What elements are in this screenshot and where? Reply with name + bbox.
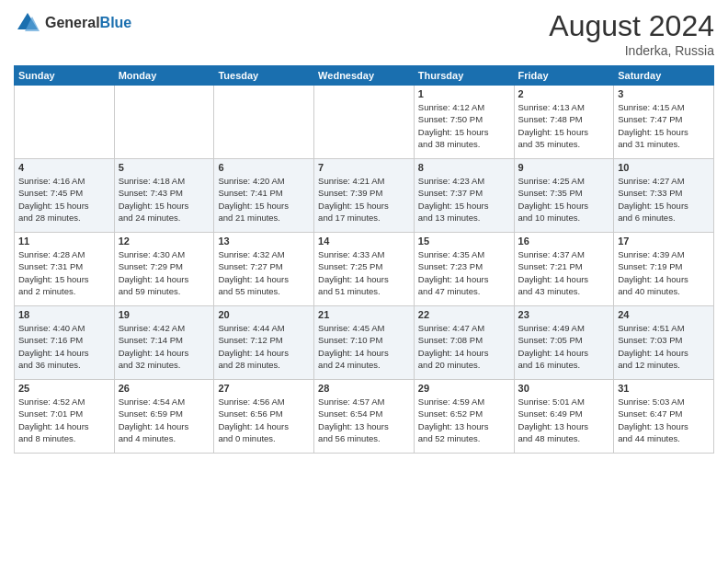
day-number: 22 xyxy=(418,309,510,320)
day-info: Sunrise: 4:57 AM Sunset: 6:54 PM Dayligh… xyxy=(318,396,410,444)
day-info: Sunrise: 4:42 AM Sunset: 7:14 PM Dayligh… xyxy=(119,322,210,371)
day-number: 12 xyxy=(119,236,210,247)
calendar-cell: 2Sunrise: 4:13 AM Sunset: 7:48 PM Daylig… xyxy=(514,86,614,159)
calendar-cell: 12Sunrise: 4:30 AM Sunset: 7:29 PM Dayli… xyxy=(114,233,214,306)
day-number: 30 xyxy=(518,383,610,394)
calendar-cell: 15Sunrise: 4:35 AM Sunset: 7:23 PM Dayli… xyxy=(414,233,514,306)
day-info: Sunrise: 4:23 AM Sunset: 7:37 PM Dayligh… xyxy=(418,175,510,224)
day-number: 7 xyxy=(318,162,410,173)
day-info: Sunrise: 4:33 AM Sunset: 7:25 PM Dayligh… xyxy=(318,248,410,297)
day-number: 11 xyxy=(18,236,110,247)
calendar-cell: 5Sunrise: 4:18 AM Sunset: 7:43 PM Daylig… xyxy=(114,159,214,233)
day-number: 16 xyxy=(518,236,610,247)
calendar-cell: 7Sunrise: 4:21 AM Sunset: 7:39 PM Daylig… xyxy=(314,159,415,233)
calendar-cell: 30Sunrise: 5:01 AM Sunset: 6:49 PM Dayli… xyxy=(514,380,614,454)
title-block: August 2024 Inderka, Russia xyxy=(549,9,714,58)
logo: GeneralBlue xyxy=(14,9,131,37)
calendar-cell: 3Sunrise: 4:15 AM Sunset: 7:47 PM Daylig… xyxy=(614,86,714,159)
day-number: 13 xyxy=(218,236,310,247)
weekday-header-monday: Monday xyxy=(114,66,214,86)
calendar-cell: 13Sunrise: 4:32 AM Sunset: 7:27 PM Dayli… xyxy=(214,233,314,306)
weekday-header-saturday: Saturday xyxy=(614,66,714,86)
calendar-cell: 16Sunrise: 4:37 AM Sunset: 7:21 PM Dayli… xyxy=(514,233,614,306)
calendar-cell: 21Sunrise: 4:45 AM Sunset: 7:10 PM Dayli… xyxy=(314,306,415,380)
logo-icon xyxy=(14,9,41,37)
month-year: August 2024 xyxy=(549,9,714,43)
calendar-cell: 11Sunrise: 4:28 AM Sunset: 7:31 PM Dayli… xyxy=(15,233,115,306)
day-info: Sunrise: 4:47 AM Sunset: 7:08 PM Dayligh… xyxy=(418,322,510,371)
day-info: Sunrise: 4:35 AM Sunset: 7:23 PM Dayligh… xyxy=(418,248,510,297)
day-info: Sunrise: 4:49 AM Sunset: 7:05 PM Dayligh… xyxy=(518,322,610,371)
day-number: 27 xyxy=(218,383,310,394)
day-number: 17 xyxy=(618,236,710,247)
day-info: Sunrise: 4:52 AM Sunset: 7:01 PM Dayligh… xyxy=(18,396,110,444)
logo-text: GeneralBlue xyxy=(45,15,131,31)
logo-general: General xyxy=(45,15,100,30)
day-info: Sunrise: 4:39 AM Sunset: 7:19 PM Dayligh… xyxy=(618,248,710,297)
day-number: 1 xyxy=(418,88,510,99)
week-row-3: 11Sunrise: 4:28 AM Sunset: 7:31 PM Dayli… xyxy=(15,233,714,306)
day-info: Sunrise: 4:16 AM Sunset: 7:45 PM Dayligh… xyxy=(18,175,110,224)
day-info: Sunrise: 4:20 AM Sunset: 7:41 PM Dayligh… xyxy=(218,175,310,224)
day-number: 15 xyxy=(418,236,510,247)
weekday-header-friday: Friday xyxy=(514,66,614,86)
day-info: Sunrise: 4:27 AM Sunset: 7:33 PM Dayligh… xyxy=(618,175,710,224)
week-row-2: 4Sunrise: 4:16 AM Sunset: 7:45 PM Daylig… xyxy=(15,159,714,233)
day-number: 24 xyxy=(618,309,710,320)
day-number: 29 xyxy=(418,383,510,394)
day-number: 4 xyxy=(18,162,110,173)
calendar-cell: 14Sunrise: 4:33 AM Sunset: 7:25 PM Dayli… xyxy=(314,233,415,306)
day-info: Sunrise: 5:03 AM Sunset: 6:47 PM Dayligh… xyxy=(618,396,710,444)
calendar-cell xyxy=(214,86,314,159)
calendar-cell: 6Sunrise: 4:20 AM Sunset: 7:41 PM Daylig… xyxy=(214,159,314,233)
day-number: 26 xyxy=(119,383,210,394)
day-info: Sunrise: 4:32 AM Sunset: 7:27 PM Dayligh… xyxy=(218,248,310,297)
day-info: Sunrise: 4:18 AM Sunset: 7:43 PM Dayligh… xyxy=(119,175,210,224)
day-number: 31 xyxy=(618,383,710,394)
week-row-4: 18Sunrise: 4:40 AM Sunset: 7:16 PM Dayli… xyxy=(15,306,714,380)
calendar-cell: 28Sunrise: 4:57 AM Sunset: 6:54 PM Dayli… xyxy=(314,380,415,454)
calendar-cell: 31Sunrise: 5:03 AM Sunset: 6:47 PM Dayli… xyxy=(614,380,714,454)
day-info: Sunrise: 4:15 AM Sunset: 7:47 PM Dayligh… xyxy=(618,101,710,150)
location: Inderka, Russia xyxy=(549,43,714,58)
day-number: 25 xyxy=(18,383,110,394)
calendar-cell xyxy=(114,86,214,159)
day-info: Sunrise: 4:56 AM Sunset: 6:56 PM Dayligh… xyxy=(218,396,310,444)
calendar-cell: 1Sunrise: 4:12 AM Sunset: 7:50 PM Daylig… xyxy=(414,86,514,159)
day-number: 10 xyxy=(618,162,710,173)
calendar-cell: 18Sunrise: 4:40 AM Sunset: 7:16 PM Dayli… xyxy=(15,306,115,380)
calendar-cell: 22Sunrise: 4:47 AM Sunset: 7:08 PM Dayli… xyxy=(414,306,514,380)
week-row-1: 1Sunrise: 4:12 AM Sunset: 7:50 PM Daylig… xyxy=(15,86,714,159)
calendar-cell: 10Sunrise: 4:27 AM Sunset: 7:33 PM Dayli… xyxy=(614,159,714,233)
calendar-cell: 20Sunrise: 4:44 AM Sunset: 7:12 PM Dayli… xyxy=(214,306,314,380)
day-number: 21 xyxy=(318,309,410,320)
weekday-header-row: SundayMondayTuesdayWednesdayThursdayFrid… xyxy=(15,66,714,86)
day-info: Sunrise: 4:54 AM Sunset: 6:59 PM Dayligh… xyxy=(119,396,210,444)
calendar-cell: 9Sunrise: 4:25 AM Sunset: 7:35 PM Daylig… xyxy=(514,159,614,233)
day-info: Sunrise: 4:13 AM Sunset: 7:48 PM Dayligh… xyxy=(518,101,610,150)
calendar-cell: 23Sunrise: 4:49 AM Sunset: 7:05 PM Dayli… xyxy=(514,306,614,380)
header: GeneralBlue August 2024 Inderka, Russia xyxy=(14,9,714,58)
calendar-cell: 27Sunrise: 4:56 AM Sunset: 6:56 PM Dayli… xyxy=(214,380,314,454)
calendar-cell: 19Sunrise: 4:42 AM Sunset: 7:14 PM Dayli… xyxy=(114,306,214,380)
calendar-cell: 29Sunrise: 4:59 AM Sunset: 6:52 PM Dayli… xyxy=(414,380,514,454)
weekday-header-tuesday: Tuesday xyxy=(214,66,314,86)
calendar-cell xyxy=(314,86,415,159)
calendar-cell xyxy=(15,86,115,159)
weekday-header-wednesday: Wednesday xyxy=(314,66,415,86)
day-info: Sunrise: 4:44 AM Sunset: 7:12 PM Dayligh… xyxy=(218,322,310,371)
day-info: Sunrise: 4:12 AM Sunset: 7:50 PM Dayligh… xyxy=(418,101,510,150)
calendar-cell: 4Sunrise: 4:16 AM Sunset: 7:45 PM Daylig… xyxy=(15,159,115,233)
day-number: 14 xyxy=(318,236,410,247)
day-info: Sunrise: 4:25 AM Sunset: 7:35 PM Dayligh… xyxy=(518,175,610,224)
day-number: 3 xyxy=(618,88,710,99)
logo-blue: Blue xyxy=(100,15,132,30)
day-info: Sunrise: 4:51 AM Sunset: 7:03 PM Dayligh… xyxy=(618,322,710,371)
day-info: Sunrise: 4:59 AM Sunset: 6:52 PM Dayligh… xyxy=(418,396,510,444)
day-info: Sunrise: 4:21 AM Sunset: 7:39 PM Dayligh… xyxy=(318,175,410,224)
day-number: 8 xyxy=(418,162,510,173)
day-info: Sunrise: 5:01 AM Sunset: 6:49 PM Dayligh… xyxy=(518,396,610,444)
calendar-cell: 24Sunrise: 4:51 AM Sunset: 7:03 PM Dayli… xyxy=(614,306,714,380)
day-number: 23 xyxy=(518,309,610,320)
calendar-cell: 26Sunrise: 4:54 AM Sunset: 6:59 PM Dayli… xyxy=(114,380,214,454)
